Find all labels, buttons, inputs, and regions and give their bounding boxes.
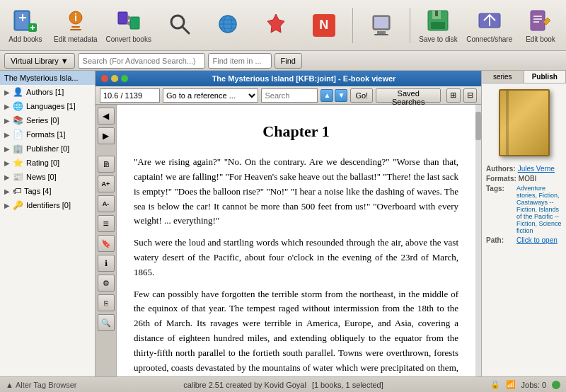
nav-up-arrow[interactable]: ▲ — [320, 89, 333, 102]
toolbar-separator-2 — [410, 8, 410, 43]
svg-rect-22 — [377, 31, 386, 34]
path-value[interactable]: Click to open — [516, 236, 558, 244]
news-icon — [263, 11, 289, 37]
book-scrollbar[interactable] — [475, 105, 481, 376]
expand-arrow: ▶ — [4, 103, 10, 110]
scrollbar-thumb[interactable] — [475, 112, 481, 140]
viewer-extra-btn-1[interactable]: ⊞ — [446, 88, 460, 103]
book-info-button[interactable]: ℹ — [98, 255, 115, 272]
add-books-button[interactable]: Add books — [4, 5, 47, 46]
svg-text:i: i — [74, 12, 77, 23]
edit-metadata-label: Edit metadata — [54, 35, 98, 43]
expand-arrow: ▶ — [4, 88, 10, 96]
news-button[interactable] — [255, 8, 297, 42]
book-list-item[interactable]: The Mysterious Isla... — [0, 71, 95, 85]
edit-metadata-button[interactable]: i Edit metadata — [52, 5, 99, 46]
book-paragraph-3: Few can possibly have forgotten the terr… — [134, 287, 458, 376]
sidebar-item-identifiers[interactable]: ▶ 🔑 Identifiers [0] — [0, 198, 95, 212]
book-paragraph-2: Such were the loud and startling words w… — [134, 236, 458, 279]
virtual-library-label: Virtual Library — [11, 57, 59, 65]
svg-rect-30 — [531, 11, 545, 30]
book-search-button[interactable]: 🔍 — [98, 314, 115, 331]
sidebar-item-formats[interactable]: ▶ 📄 Formats [1] — [0, 127, 95, 142]
sidebar-item-tags[interactable]: ▶ 🏷 Tags [4] — [0, 184, 95, 198]
go-button[interactable]: Go! — [350, 88, 373, 103]
connect-share-button[interactable]: Connect/share — [465, 5, 514, 46]
expand-arrow: ▶ — [4, 145, 10, 153]
book-cover-area — [482, 83, 566, 162]
device-icon-button[interactable] — [360, 10, 403, 41]
toolbar-separator-1 — [352, 8, 353, 43]
search-big-button[interactable] — [158, 8, 201, 42]
jobs-indicator — [552, 381, 560, 389]
forward-nav-button[interactable]: ▶ — [98, 127, 115, 144]
book-metadata: Authors: Jules Verne Formats: MOBI Tags:… — [482, 162, 566, 249]
save-to-disk-button[interactable]: Save to disk — [417, 5, 459, 46]
minimize-dot[interactable] — [111, 75, 118, 82]
globe-button[interactable] — [207, 8, 249, 42]
alter-tag-browser-button[interactable]: ▲ Alter Tag Browser — [6, 381, 77, 389]
expand-arrow: ▶ — [4, 173, 10, 181]
svg-line-14 — [183, 27, 189, 33]
sidebar-item-authors[interactable]: ▶ 👤 Authors [1] — [0, 85, 95, 99]
book-cover-image — [499, 89, 550, 156]
n-button[interactable]: N — [303, 10, 345, 41]
text-larger-button[interactable]: A+ — [98, 175, 115, 192]
authors-label: Authors: — [486, 165, 516, 173]
books-selected-info: [1 books, 1 selected] — [312, 381, 383, 389]
svg-rect-26 — [431, 22, 445, 29]
nav-arrows: ▲ ▼ — [320, 89, 347, 102]
saved-searches-button[interactable]: Saved Searches — [376, 88, 441, 103]
tab-series[interactable]: series — [482, 71, 524, 83]
bookmark-button[interactable]: 🔖 — [98, 235, 115, 252]
svg-rect-21 — [374, 17, 388, 28]
left-sidebar: The Mysterious Isla... ▶ 👤 Authors [1] ▶… — [0, 71, 96, 376]
search-big-icon — [167, 11, 192, 37]
viewer-extra-btn-2[interactable]: ⊟ — [463, 88, 477, 103]
find-input[interactable] — [208, 53, 272, 69]
sidebar-item-rating[interactable]: ▶ ⭐ Rating [0] — [0, 156, 95, 170]
authors-value[interactable]: Jules Verne — [518, 165, 555, 173]
save-to-disk-label: Save to disk — [419, 35, 457, 43]
maximize-dot[interactable] — [121, 75, 128, 82]
book-sidebar-tools: ◀ ▶ 🖹 A+ A- ≡ 🔖 ℹ ⚙ ⎘ 🔍 — [96, 105, 117, 376]
virtual-library-button[interactable]: Virtual Library ▼ — [4, 53, 75, 69]
n-icon: N — [311, 13, 337, 38]
font-size-input[interactable]: 🖹 — [98, 156, 115, 173]
copy-button[interactable]: ⎘ — [98, 294, 115, 311]
add-books-icon — [13, 8, 38, 33]
connect-share-icon — [477, 8, 502, 33]
goto-reference-select[interactable]: Go to a reference ... — [163, 88, 258, 103]
authors-row: Authors: Jules Verne — [486, 165, 562, 173]
wireless-icon: 📶 — [506, 380, 516, 389]
right-panel: series Publish Authors: Jules Verne Form… — [481, 71, 566, 376]
book-settings-button[interactable]: ⚙ — [98, 275, 115, 292]
back-nav-button[interactable]: ◀ — [98, 108, 115, 125]
sidebar-item-news[interactable]: ▶ 📰 News [0] — [0, 170, 95, 184]
nav-down-arrow[interactable]: ▼ — [335, 89, 347, 102]
page-number-input[interactable] — [100, 88, 160, 103]
formats-row: Formats: MOBI — [486, 175, 562, 183]
find-button[interactable]: Find — [275, 53, 302, 69]
main-toolbar: Add books i Edit metadata Convert books — [0, 0, 566, 51]
path-row: Path: Click to open — [486, 236, 562, 244]
edit-book-label: Edit book — [526, 35, 555, 43]
close-dot[interactable] — [101, 75, 108, 82]
sidebar-item-series[interactable]: ▶ 📚 Series [0] — [0, 113, 95, 127]
tab-publish[interactable]: Publish — [524, 71, 567, 83]
sidebar-item-publisher[interactable]: ▶ 🏢 Publisher [0] — [0, 142, 95, 156]
edit-book-icon — [528, 8, 553, 33]
alter-tag-icon: ▲ — [6, 381, 13, 389]
expand-arrow: ▶ — [4, 117, 10, 125]
search-input[interactable] — [78, 53, 205, 69]
text-smaller-button[interactable]: A- — [98, 195, 115, 212]
device-icon — [369, 13, 394, 38]
svg-rect-10 — [70, 29, 81, 30]
convert-books-button[interactable]: Convert books — [105, 5, 153, 46]
sidebar-item-languages[interactable]: ▶ 🌐 Languages [1] — [0, 99, 95, 113]
formats-label: Formats: — [486, 175, 516, 183]
toc-button[interactable]: ≡ — [98, 215, 115, 232]
viewer-search-input[interactable] — [261, 88, 318, 103]
globe-icon — [215, 11, 241, 37]
edit-book-button[interactable]: Edit book — [519, 5, 562, 46]
